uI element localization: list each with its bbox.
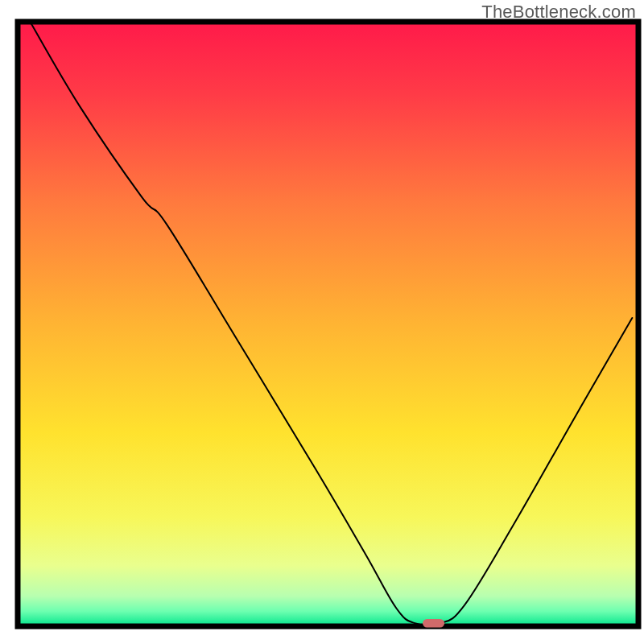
- optimal-marker: [423, 619, 444, 628]
- chart-container: { "watermark": "TheBottleneck.com", "cha…: [0, 0, 644, 644]
- bottleneck-chart: [0, 0, 644, 644]
- watermark-text: TheBottleneck.com: [481, 2, 636, 23]
- gradient-background: [18, 22, 638, 626]
